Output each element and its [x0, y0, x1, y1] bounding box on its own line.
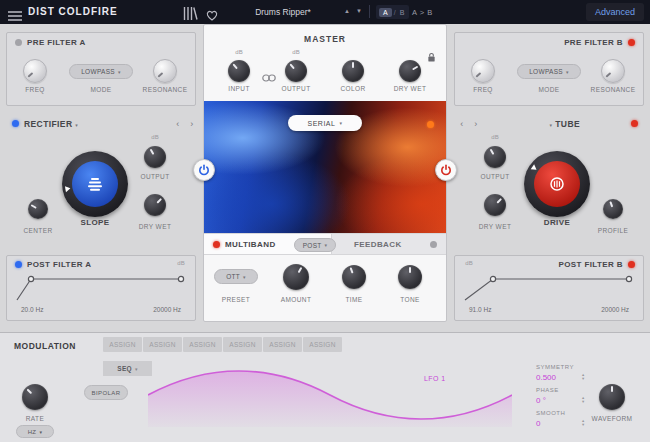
- symmetry-value[interactable]: 0.500: [536, 373, 556, 382]
- pre-filter-b-freq-knob[interactable]: [471, 59, 495, 83]
- post-filter-b-curve[interactable]: [463, 272, 637, 306]
- pre-filter-b-led[interactable]: [628, 39, 635, 46]
- pre-filter-b-panel: PRE FILTER B FREQ LOWPASS ▾ MODE RESONAN…: [454, 32, 644, 106]
- pre-filter-a-mode-dropdown[interactable]: LOWPASS ▾: [69, 64, 133, 79]
- lfo-waveform-display: [148, 363, 512, 427]
- master-title: MASTER: [204, 34, 446, 44]
- post-filter-a-freq-low[interactable]: 20.0 Hz: [21, 306, 43, 313]
- pre-filter-b-mode-dropdown[interactable]: LOWPASS ▾: [517, 64, 581, 79]
- rectifier-dry-wet-knob[interactable]: [144, 194, 166, 216]
- tube-prev-icon[interactable]: ‹: [456, 119, 468, 129]
- tube-type-dropdown[interactable]: ▾ TUBE: [550, 119, 580, 129]
- tube-drive-knob[interactable]: [524, 151, 590, 217]
- lock-icon[interactable]: [427, 49, 436, 67]
- pre-filter-a-resonance-knob[interactable]: [153, 59, 177, 83]
- post-filter-a-led[interactable]: [15, 261, 22, 268]
- bipolar-button[interactable]: BIPOLAR: [84, 385, 128, 400]
- preset-next-icon[interactable]: ▼: [356, 8, 362, 14]
- rectifier-next-icon[interactable]: ›: [186, 119, 198, 129]
- multiband-time-knob[interactable]: [342, 265, 366, 289]
- post-filter-b-freq-high[interactable]: 20000 Hz: [601, 306, 629, 313]
- advanced-button[interactable]: Advanced: [586, 3, 644, 21]
- post-filter-b-title: POST FILTER B: [558, 260, 623, 269]
- engine-b-power-button[interactable]: [435, 159, 457, 181]
- multiband-tone-knob[interactable]: [398, 265, 422, 289]
- post-filter-a-freq-high[interactable]: 20000 Hz: [153, 306, 181, 313]
- master-input-knob[interactable]: [228, 60, 250, 82]
- ab-toggle-b[interactable]: B: [398, 8, 407, 17]
- engine-a-power-button[interactable]: [193, 159, 215, 181]
- ab-toggle-separator: /: [394, 9, 396, 16]
- symmetry-stepper[interactable]: ▴▾: [582, 373, 584, 381]
- post-filter-b-led[interactable]: [628, 261, 635, 268]
- lfo-rate-unit-value: HZ: [28, 429, 37, 435]
- rectifier-center-knob[interactable]: [28, 199, 48, 219]
- master-dry-wet-knob[interactable]: [399, 60, 421, 82]
- routing-mode-dropdown[interactable]: SERIAL ▾: [288, 115, 362, 131]
- rectifier-slope-knob[interactable]: [62, 151, 128, 217]
- tab-seq[interactable]: SEQ▾: [103, 361, 152, 376]
- multiband-position-dropdown[interactable]: POST ▾: [294, 238, 336, 252]
- tab-funct-2-assign[interactable]: ASSIGN: [223, 337, 262, 352]
- mix-slider-handle[interactable]: [427, 121, 434, 128]
- feedback-led[interactable]: [430, 241, 437, 248]
- library-icon[interactable]: [183, 6, 198, 19]
- chevron-down-icon: ▾: [325, 242, 328, 248]
- topbar: DIST COLDFIRE Drums Ripper* ▲ ▼ A / B A …: [0, 0, 650, 24]
- routing-mode-value: SERIAL: [308, 120, 336, 127]
- pre-filter-a-freq-knob[interactable]: [23, 59, 47, 83]
- favorite-heart-icon[interactable]: [206, 7, 221, 20]
- tab-env-assign[interactable]: ASSIGN: [263, 337, 302, 352]
- pre-filter-a-led[interactable]: [15, 39, 22, 46]
- menu-icon[interactable]: [8, 7, 22, 17]
- phase-label: PHASE: [536, 387, 559, 393]
- phase-stepper[interactable]: ▴▾: [582, 396, 584, 404]
- pre-filter-b-title: PRE FILTER B: [564, 38, 623, 47]
- rectifier-output-knob[interactable]: [144, 146, 166, 168]
- multiband-bar: MULTIBAND POST ▾ FEEDBACK: [204, 233, 446, 255]
- link-icon[interactable]: [262, 68, 276, 86]
- tab-lfo-1-assign[interactable]: ASSIGN: [103, 337, 142, 352]
- tab-lfo-2-assign[interactable]: ASSIGN: [143, 337, 182, 352]
- chevron-down-icon: ▾: [566, 69, 569, 75]
- multiband-amount-knob[interactable]: [283, 264, 309, 290]
- rectifier-output-label: OUTPUT: [127, 173, 183, 180]
- ab-toggle-a[interactable]: A: [379, 8, 392, 17]
- phase-value[interactable]: 0 °: [536, 396, 546, 405]
- post-filter-a-title: POST FILTER A: [27, 260, 91, 269]
- multiband-time-label: TIME: [326, 296, 382, 303]
- tab-seq-assign[interactable]: ASSIGN: [303, 337, 342, 352]
- post-filter-a-db-label: dB: [174, 260, 188, 266]
- rectifier-type-dropdown[interactable]: RECTIFIER ▾: [24, 119, 78, 129]
- chevron-down-icon: ▾: [135, 366, 138, 372]
- master-output-db-label: dB: [285, 49, 307, 55]
- tube-output-knob[interactable]: [484, 146, 506, 168]
- ab-toggle[interactable]: A / B: [376, 5, 409, 19]
- preset-prev-icon[interactable]: ▲: [344, 8, 350, 14]
- lfo-waveform-knob[interactable]: [599, 384, 625, 410]
- tab-funct-1-assign[interactable]: ASSIGN: [183, 337, 222, 352]
- multiband-led[interactable]: [213, 241, 220, 248]
- lfo-rate-knob[interactable]: [22, 384, 48, 410]
- post-filter-a-curve[interactable]: [15, 272, 189, 306]
- pre-filter-b-mode-value: LOWPASS: [529, 68, 563, 75]
- pre-filter-a-mode-label: MODE: [69, 86, 133, 93]
- lfo-rate-unit-dropdown[interactable]: HZ ▾: [16, 425, 54, 438]
- multiband-tone-label: TONE: [382, 296, 438, 303]
- master-color-knob[interactable]: [342, 60, 364, 82]
- tube-next-icon[interactable]: ›: [470, 119, 482, 129]
- post-filter-b-freq-low[interactable]: 91.0 Hz: [469, 306, 491, 313]
- rectifier-led[interactable]: [12, 120, 19, 127]
- rectifier-prev-icon[interactable]: ‹: [172, 119, 184, 129]
- multiband-preset-dropdown[interactable]: OTT ▾: [214, 269, 258, 284]
- tube-led[interactable]: [631, 120, 638, 127]
- pre-filter-a-panel: PRE FILTER A FREQ LOWPASS ▾ MODE RESONAN…: [6, 32, 196, 106]
- ab-copy-button[interactable]: A > B: [412, 8, 433, 17]
- master-output-knob[interactable]: [285, 60, 307, 82]
- smooth-value[interactable]: 0: [536, 419, 540, 428]
- modulation-title: MODULATION: [14, 341, 76, 351]
- pre-filter-b-resonance-knob[interactable]: [601, 59, 625, 83]
- tube-dry-wet-knob[interactable]: [484, 194, 506, 216]
- tube-profile-knob[interactable]: [603, 199, 623, 219]
- preset-name[interactable]: Drums Ripper*: [226, 7, 340, 17]
